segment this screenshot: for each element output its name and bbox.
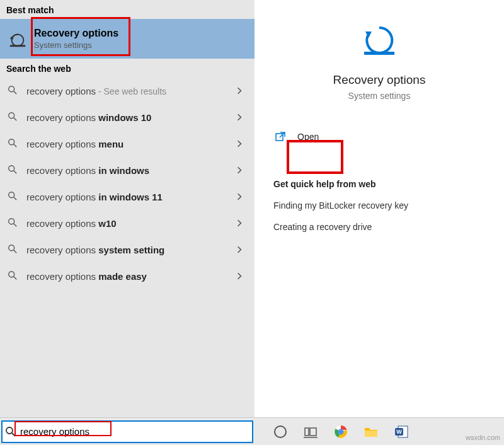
open-link-icon xyxy=(275,131,286,142)
search-icon xyxy=(5,426,16,437)
watermark: wsxdn.com xyxy=(466,434,500,441)
svg-rect-2 xyxy=(10,45,25,47)
svg-point-3 xyxy=(9,86,14,92)
svg-rect-32 xyxy=(365,431,377,437)
help-link[interactable]: Creating a recovery drive xyxy=(273,222,485,232)
web-result-label: recovery options windows 10 xyxy=(26,112,237,123)
taskbar-search-box[interactable] xyxy=(1,420,253,443)
web-result-label: recovery options in windows xyxy=(26,165,237,176)
svg-point-31 xyxy=(339,430,343,434)
settings-recovery-icon xyxy=(8,29,28,49)
web-result-label: recovery options w10 xyxy=(26,218,237,229)
chevron-right-icon[interactable] xyxy=(237,166,246,174)
svg-line-6 xyxy=(14,118,16,120)
svg-line-16 xyxy=(14,250,16,253)
cortana-icon[interactable] xyxy=(272,424,289,440)
search-icon xyxy=(8,138,19,149)
chevron-right-icon[interactable] xyxy=(237,246,246,253)
web-result-label: recovery options - See web results xyxy=(26,86,237,96)
search-icon xyxy=(8,270,19,282)
chevron-right-icon[interactable] xyxy=(237,272,246,280)
detail-title: Recovery options xyxy=(333,73,426,87)
chevron-right-icon[interactable] xyxy=(237,140,246,147)
svg-line-18 xyxy=(14,277,16,279)
svg-point-22 xyxy=(6,427,13,434)
chrome-icon[interactable] xyxy=(333,424,349,440)
web-results-list: recovery options - See web resultsrecove… xyxy=(0,78,255,289)
svg-rect-20 xyxy=(364,52,394,55)
best-match-subtitle: System settings xyxy=(34,40,118,50)
svg-rect-26 xyxy=(310,428,316,436)
svg-point-5 xyxy=(9,113,14,118)
search-icon xyxy=(8,112,19,123)
search-icon xyxy=(8,244,19,255)
svg-point-15 xyxy=(9,245,14,251)
recovery-icon xyxy=(360,20,398,58)
web-result-label: recovery options in windows 11 xyxy=(26,192,237,202)
web-result-item[interactable]: recovery options menu xyxy=(0,130,255,157)
chevron-right-icon[interactable] xyxy=(237,113,246,121)
chevron-right-icon[interactable] xyxy=(237,87,246,95)
file-explorer-icon[interactable] xyxy=(363,424,379,440)
web-result-item[interactable]: recovery options system setting xyxy=(0,236,255,263)
open-label: Open xyxy=(297,132,319,142)
web-result-label: recovery options menu xyxy=(26,139,237,149)
search-results-pane: Best match Recovery options System setti… xyxy=(0,0,255,417)
open-button[interactable]: Open xyxy=(270,125,489,149)
web-result-item[interactable]: recovery options - See web results xyxy=(0,78,255,104)
best-match-header: Best match xyxy=(0,0,255,19)
best-match-title: Recovery options xyxy=(34,28,118,39)
help-heading: Get quick help from web xyxy=(273,179,485,189)
help-link[interactable]: Finding my BitLocker recovery key xyxy=(273,200,485,211)
web-result-item[interactable]: recovery options made easy xyxy=(0,263,255,289)
svg-text:W: W xyxy=(396,429,402,435)
svg-line-4 xyxy=(14,91,16,94)
svg-point-13 xyxy=(9,219,14,224)
web-result-item[interactable]: recovery options w10 xyxy=(0,210,255,236)
svg-rect-25 xyxy=(305,428,309,436)
chevron-right-icon[interactable] xyxy=(237,193,246,200)
svg-line-23 xyxy=(12,433,15,436)
web-result-item[interactable]: recovery options in windows 11 xyxy=(0,183,255,210)
web-result-label: recovery options made easy xyxy=(26,271,237,282)
chevron-right-icon[interactable] xyxy=(237,219,246,227)
best-match-item[interactable]: Recovery options System settings xyxy=(0,19,255,59)
word-icon[interactable]: W xyxy=(393,424,410,440)
detail-pane: Recovery options System settings Open Ge… xyxy=(255,0,504,417)
svg-point-7 xyxy=(9,139,14,145)
taskbar-search-input[interactable] xyxy=(20,426,222,437)
svg-point-11 xyxy=(9,192,14,198)
search-icon xyxy=(8,191,19,202)
web-result-label: recovery options system setting xyxy=(26,245,237,255)
search-web-header: Search the web xyxy=(0,59,255,78)
search-icon xyxy=(8,85,19,96)
web-result-item[interactable]: recovery options windows 10 xyxy=(0,104,255,130)
taskbar: W xyxy=(0,417,504,445)
svg-line-14 xyxy=(14,224,16,226)
search-icon xyxy=(8,165,19,176)
svg-point-17 xyxy=(9,272,14,277)
svg-line-10 xyxy=(14,171,16,173)
svg-line-8 xyxy=(14,144,16,147)
web-result-item[interactable]: recovery options in windows xyxy=(0,157,255,183)
svg-line-12 xyxy=(14,197,16,200)
svg-point-24 xyxy=(275,426,286,437)
search-icon xyxy=(8,217,19,229)
detail-subtitle: System settings xyxy=(348,91,411,101)
svg-point-9 xyxy=(9,166,14,171)
task-view-icon[interactable] xyxy=(302,424,319,440)
